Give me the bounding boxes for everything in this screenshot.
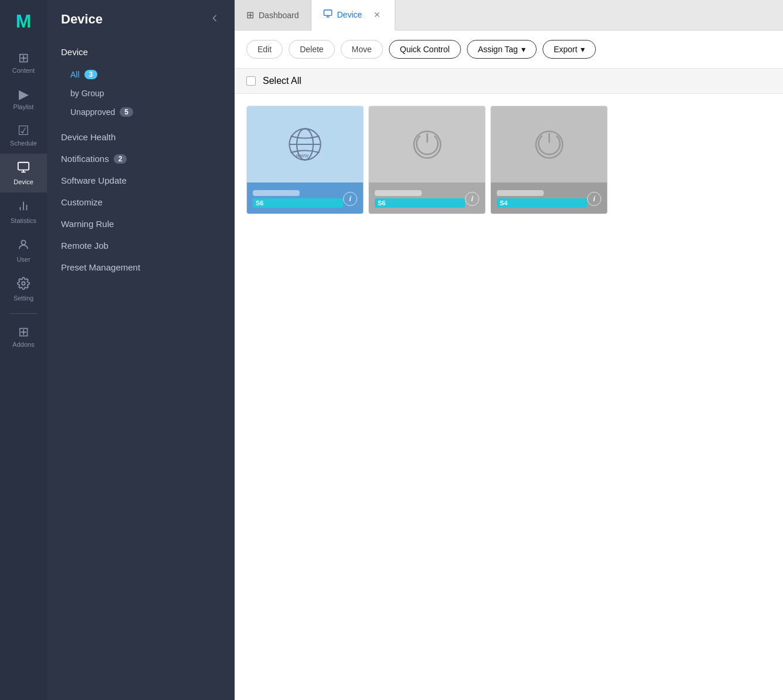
sidebar-warning-rule-label: Warning Rule <box>61 219 114 229</box>
device-model-badge-3: S4 <box>497 198 587 208</box>
addons-icon: ⊞ <box>18 326 29 339</box>
device-info-button-2[interactable]: i <box>465 192 479 206</box>
sidebar-software-update-label: Software Update <box>61 175 127 185</box>
nav-label-content: Content <box>12 67 35 74</box>
svg-text:www: www <box>296 152 309 158</box>
assign-tag-button[interactable]: Assign Tag ▾ <box>467 40 537 59</box>
user-icon <box>17 238 30 253</box>
logo-text: M <box>16 11 32 32</box>
setting-icon <box>17 277 30 292</box>
device-footer-3: S4 i <box>491 182 607 214</box>
device-thumb-1: www <box>247 106 363 182</box>
nav-label-playlist: Playlist <box>13 103 34 110</box>
dashboard-tab-icon: ⊞ <box>246 9 254 21</box>
schedule-icon: ☑ <box>18 124 29 137</box>
quick-control-button[interactable]: Quick Control <box>389 40 461 59</box>
dashboard-tab-label: Dashboard <box>259 11 299 20</box>
device-info-button-3[interactable]: i <box>587 192 601 206</box>
sidebar-section-device: Device All 3 by Group Unapproved 5 <box>47 39 235 126</box>
sidebar-sub-item-all[interactable]: All 3 <box>47 65 235 84</box>
sidebar-notifications-label: Notifications <box>61 154 109 164</box>
nav-item-playlist[interactable]: ▶ Playlist <box>0 81 47 117</box>
sidebar-title: Device <box>61 12 103 27</box>
nav-item-addons[interactable]: ⊞ Addons <box>0 319 47 355</box>
sidebar-sub-item-unapproved[interactable]: Unapproved 5 <box>47 103 235 121</box>
sidebar-bygroup-label: by Group <box>70 89 104 98</box>
playlist-icon: ▶ <box>19 88 29 101</box>
select-all-checkbox[interactable] <box>246 76 256 86</box>
export-chevron-icon: ▾ <box>581 45 585 54</box>
svg-point-7 <box>22 282 25 285</box>
sidebar-unapproved-badge: 5 <box>120 107 133 117</box>
nav-item-setting[interactable]: Setting <box>0 270 47 309</box>
nav-item-user[interactable]: User <box>0 231 47 270</box>
device-thumb-3 <box>491 106 607 182</box>
device-name-blur-3 <box>497 190 544 196</box>
sidebar-device-label: Device <box>61 47 88 57</box>
sidebar-item-device-health[interactable]: Device Health <box>47 126 235 148</box>
device-card-1[interactable]: www S6 i <box>246 106 364 214</box>
assign-tag-chevron-icon: ▾ <box>521 45 526 54</box>
tab-dashboard[interactable]: ⊞ Dashboard <box>235 0 311 30</box>
nav-item-statistics[interactable]: Statistics <box>0 192 47 231</box>
tab-device[interactable]: Device ✕ <box>311 0 396 31</box>
sidebar: Device Device All 3 by Group Unapproved … <box>47 0 235 700</box>
device-name-blur-2 <box>375 190 422 196</box>
device-footer-2: S6 i <box>369 182 485 214</box>
device-nav-icon <box>17 161 30 176</box>
device-card-3[interactable]: S4 i <box>490 106 608 214</box>
toolbar: Edit Delete Move Quick Control Assign Ta… <box>235 31 783 69</box>
assign-tag-label: Assign Tag <box>478 45 518 54</box>
icon-nav: M ⊞ Content ▶ Playlist ☑ Schedule Device… <box>0 0 47 700</box>
sidebar-all-label: All <box>70 70 80 79</box>
sidebar-sub-items-device: All 3 by Group Unapproved 5 <box>47 63 235 124</box>
sidebar-preset-management-label: Preset Management <box>61 262 140 272</box>
export-label: Export <box>554 45 577 54</box>
device-footer-1: S6 i <box>247 182 363 214</box>
sidebar-customize-label: Customize <box>61 197 103 207</box>
sidebar-unapproved-label: Unapproved <box>70 107 115 117</box>
sidebar-device-health-label: Device Health <box>61 132 116 142</box>
device-model-badge-2: S6 <box>375 198 465 208</box>
nav-label-addons: Addons <box>12 341 34 348</box>
sidebar-sub-item-by-group[interactable]: by Group <box>47 84 235 103</box>
tab-bar: ⊞ Dashboard Device ✕ <box>235 0 783 31</box>
delete-button[interactable]: Delete <box>289 40 334 59</box>
sidebar-remote-job-label: Remote Job <box>61 241 109 251</box>
sidebar-item-software-update[interactable]: Software Update <box>47 170 235 191</box>
device-model-badge-1: S6 <box>253 198 343 208</box>
device-info-button-1[interactable]: i <box>343 192 357 206</box>
move-button[interactable]: Move <box>341 40 383 59</box>
sidebar-item-preset-management[interactable]: Preset Management <box>47 256 235 278</box>
content-icon: ⊞ <box>18 52 29 65</box>
nav-label-schedule: Schedule <box>10 140 37 147</box>
sidebar-notifications-badge: 2 <box>114 154 127 164</box>
main-content: ⊞ Dashboard Device ✕ Edit Delete Move Qu… <box>235 0 783 700</box>
edit-button[interactable]: Edit <box>246 40 283 59</box>
export-button[interactable]: Export ▾ <box>543 40 596 59</box>
device-tab-close[interactable]: ✕ <box>371 9 383 21</box>
sidebar-item-remote-job[interactable]: Remote Job <box>47 235 235 256</box>
sidebar-back-button[interactable] <box>209 12 221 27</box>
sidebar-item-notifications[interactable]: Notifications 2 <box>47 148 235 170</box>
device-card-2[interactable]: S6 i <box>368 106 486 214</box>
nav-label-device: Device <box>13 178 33 185</box>
device-grid: www S6 i <box>235 94 783 700</box>
select-all-bar: Select All <box>235 69 783 94</box>
select-all-label: Select All <box>263 76 301 86</box>
nav-label-statistics: Statistics <box>11 217 36 224</box>
svg-rect-0 <box>18 163 29 170</box>
nav-label-setting: Setting <box>13 295 33 302</box>
sidebar-all-badge: 3 <box>84 70 98 79</box>
app-logo: M <box>9 7 38 35</box>
device-name-blur-1 <box>253 190 300 196</box>
device-tab-icon <box>323 9 333 21</box>
sidebar-header: Device <box>47 12 235 39</box>
sidebar-item-device[interactable]: Device <box>47 41 235 63</box>
nav-item-device[interactable]: Device <box>0 154 47 192</box>
sidebar-item-warning-rule[interactable]: Warning Rule <box>47 213 235 235</box>
nav-divider <box>9 313 38 314</box>
nav-item-schedule[interactable]: ☑ Schedule <box>0 117 47 154</box>
sidebar-item-customize[interactable]: Customize <box>47 191 235 213</box>
nav-item-content[interactable]: ⊞ Content <box>0 45 47 81</box>
